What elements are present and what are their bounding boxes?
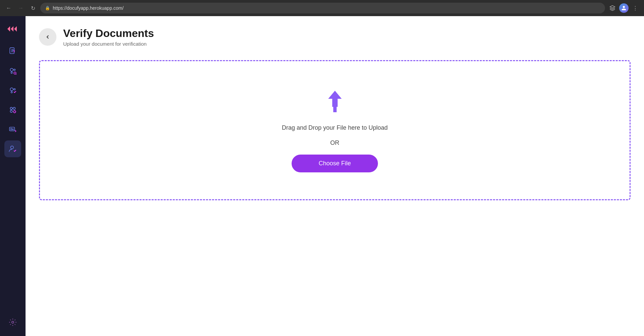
sidebar-item-documents[interactable] <box>4 43 21 60</box>
page-header: Verify Documents Upload your document fo… <box>39 27 631 47</box>
or-text: OR <box>330 139 339 146</box>
choose-file-button[interactable]: Choose File <box>292 155 378 172</box>
reload-button[interactable]: ↻ <box>28 3 38 13</box>
svg-point-3 <box>11 72 12 73</box>
forward-nav-button[interactable]: → <box>16 3 26 13</box>
svg-rect-17 <box>333 107 337 112</box>
sidebar <box>0 16 26 336</box>
extensions-button[interactable] <box>608 3 617 13</box>
svg-marker-16 <box>328 91 342 107</box>
sidebar-item-user-check[interactable] <box>4 140 21 157</box>
browser-actions: ⋮ <box>608 3 640 13</box>
drag-drop-text: Drag and Drop your File here to Upload <box>282 124 388 131</box>
svg-point-6 <box>14 89 15 90</box>
svg-point-2 <box>14 69 15 71</box>
sidebar-item-verify-check[interactable] <box>4 82 21 99</box>
page-subtitle: Upload your document for verification <box>63 41 154 47</box>
url-text: https://docufyapp.herokuapp.com/ <box>53 5 124 11</box>
svg-point-7 <box>11 91 12 93</box>
upload-icon <box>321 88 348 116</box>
main-content: Verify Documents Upload your document fo… <box>26 16 644 336</box>
back-button[interactable] <box>39 28 56 46</box>
profile-avatar[interactable] <box>619 3 629 13</box>
upload-dropzone[interactable]: Drag and Drop your File here to Upload O… <box>39 60 631 200</box>
svg-point-15 <box>12 321 14 323</box>
sidebar-item-network-search[interactable] <box>4 62 21 79</box>
back-nav-button[interactable]: ← <box>4 3 13 13</box>
svg-point-13 <box>11 128 12 130</box>
menu-button[interactable]: ⋮ <box>631 3 640 13</box>
svg-point-4 <box>14 72 16 74</box>
svg-point-1 <box>10 68 13 71</box>
svg-point-8 <box>10 107 12 110</box>
settings-button[interactable] <box>4 314 21 331</box>
sidebar-logo[interactable] <box>5 22 20 36</box>
svg-point-14 <box>11 146 14 149</box>
svg-point-5 <box>10 88 13 91</box>
svg-point-9 <box>13 107 15 110</box>
url-bar[interactable]: 🔒 https://docufyapp.herokuapp.com/ <box>40 3 605 13</box>
sidebar-item-network-cog[interactable] <box>4 101 21 118</box>
svg-point-10 <box>10 110 12 113</box>
sidebar-item-id-verify[interactable] <box>4 121 21 138</box>
page-title-group: Verify Documents Upload your document fo… <box>63 27 154 47</box>
page-title: Verify Documents <box>63 27 154 40</box>
browser-chrome: ← → ↻ 🔒 https://docufyapp.herokuapp.com/… <box>0 0 644 16</box>
lock-icon: 🔒 <box>45 6 50 10</box>
app-layout: Verify Documents Upload your document fo… <box>0 16 644 336</box>
